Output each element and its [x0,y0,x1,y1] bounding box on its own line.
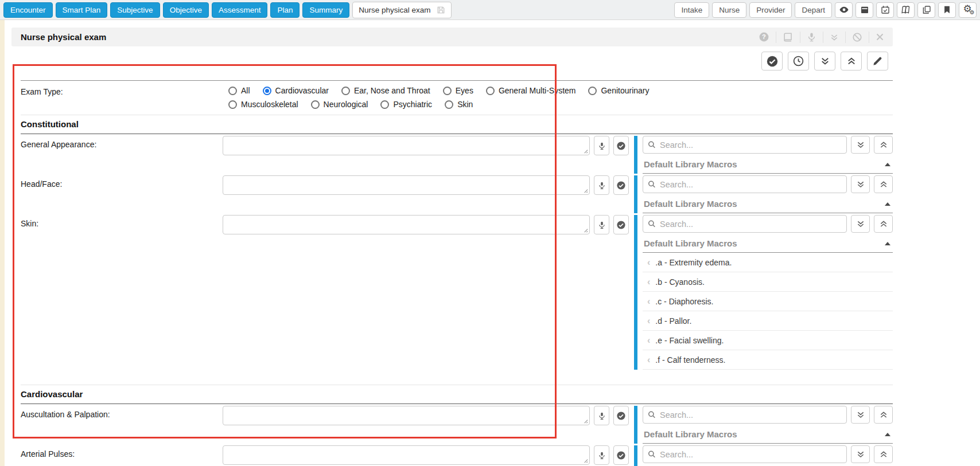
nav-summary[interactable]: Summary [302,2,349,18]
macro-search-input[interactable] [660,450,842,459]
microphone-icon[interactable] [800,32,823,43]
radio-neurological[interactable]: Neurological [311,100,368,109]
macro-search-input[interactable] [660,220,842,229]
nav-subjective[interactable]: Subjective [110,2,160,18]
calendar-check-icon[interactable] [876,2,894,18]
collapse-panel-icon[interactable] [823,32,845,43]
macro-search-input[interactable] [660,410,842,420]
default-library-macros-header[interactable]: Default Library Macros [643,236,893,253]
normal-check-button[interactable] [613,136,629,155]
macro-item[interactable]: ‹.b - Cyanosis. [643,272,893,292]
radio-all[interactable]: All [228,86,250,95]
macro-collapse-button[interactable] [874,215,893,233]
macro-expand-button[interactable] [851,175,870,193]
active-tab-nurse-physical-exam[interactable]: Nurse physical exam [352,2,451,18]
macro-collapse-button[interactable] [874,406,893,424]
macro-search[interactable] [643,175,847,193]
macro-expand-button[interactable] [851,215,870,233]
radio-ear-nose-throat[interactable]: Ear, Nose and Throat [341,86,430,95]
nav-objective[interactable]: Objective [163,2,209,18]
stage-nurse-button[interactable]: Nurse [712,2,746,18]
nav-encounter[interactable]: Encounter [3,2,53,18]
help-icon[interactable]: ? [752,32,776,43]
macro-search[interactable] [643,136,847,154]
default-library-macros-header[interactable]: Default Library Macros [643,426,893,444]
collapse-caret-icon[interactable] [885,163,890,166]
macro-search[interactable] [643,445,847,463]
save-icon[interactable] [437,6,445,14]
radio-eyes[interactable]: Eyes [443,86,473,95]
dictate-mic-button[interactable] [594,215,609,234]
close-icon[interactable] [869,32,890,43]
radio-circle[interactable] [228,87,237,95]
default-library-macros-header[interactable]: Default Library Macros [643,156,893,174]
normal-check-button[interactable] [613,175,629,195]
radio-circle[interactable] [443,87,452,95]
collapse-all-button[interactable] [841,52,862,71]
skin-textarea[interactable] [223,215,590,234]
radio-circle[interactable] [445,100,453,109]
radio-cardiovascular[interactable]: Cardiovascular [263,86,329,95]
stage-intake-button[interactable]: Intake [674,2,709,18]
edit-pencil-button[interactable] [867,52,888,71]
radio-circle[interactable] [588,87,597,95]
radio-psychiatric[interactable]: Psychiatric [380,100,432,109]
dictate-mic-button[interactable] [594,175,609,195]
normal-check-button[interactable] [613,215,629,234]
history-clock-button[interactable] [788,52,809,71]
library-book-icon[interactable] [776,32,800,43]
normal-check-button[interactable] [613,406,629,425]
gears-icon[interactable]: ⚙⚙ [959,2,977,18]
complete-check-button[interactable] [761,52,783,71]
radio-skin[interactable]: Skin [445,100,473,109]
radio-circle[interactable] [486,87,495,95]
radio-circle[interactable] [263,87,271,95]
macro-item[interactable]: ‹.d - Pallor. [643,311,893,331]
radio-musculoskeletal[interactable]: Musculoskeletal [228,100,298,109]
collapse-caret-icon[interactable] [885,242,890,245]
general-appearance-textarea[interactable] [223,136,590,155]
macro-collapse-button[interactable] [874,445,893,463]
macro-search-input[interactable] [660,140,842,150]
arterial-pulses-textarea[interactable] [223,445,590,465]
macro-collapse-button[interactable] [874,175,893,193]
radio-circle[interactable] [341,87,350,95]
stage-depart-button[interactable]: Depart [795,2,832,18]
macro-expand-button[interactable] [851,445,870,463]
dictate-mic-button[interactable] [594,136,609,155]
nav-smart-plan[interactable]: Smart Plan [56,2,108,18]
macro-item[interactable]: ‹.e - Facial swelling. [643,331,893,350]
bookmark-icon[interactable] [938,2,956,18]
macro-item[interactable]: ‹.f - Calf tenderness. [643,350,893,370]
copy-icon[interactable] [917,2,935,18]
macro-expand-button[interactable] [851,406,870,424]
macro-item[interactable]: ‹.c - Diaphoresis. [643,292,893,311]
expand-all-button[interactable] [814,52,835,71]
macro-expand-button[interactable] [851,136,870,154]
head-face-textarea[interactable] [223,175,590,195]
collapse-caret-icon[interactable] [885,433,890,436]
macro-search[interactable] [643,215,847,233]
macro-collapse-button[interactable] [874,136,893,154]
radio-genitourinary[interactable]: Genitourinary [588,86,649,95]
dictate-mic-button[interactable] [594,406,609,425]
eye-icon[interactable] [835,2,853,18]
macro-search[interactable] [643,406,847,424]
radio-circle[interactable] [228,100,237,109]
ban-icon[interactable] [845,32,869,43]
default-library-macros-header[interactable]: Default Library Macros [643,196,893,213]
radio-circle[interactable] [311,100,320,109]
nav-plan[interactable]: Plan [270,2,300,18]
collapse-caret-icon[interactable] [885,202,890,206]
macro-search-input[interactable] [660,180,842,189]
book-icon[interactable] [897,2,915,18]
normal-check-button[interactable] [613,445,629,465]
radio-circle[interactable] [380,100,389,109]
archive-box-icon[interactable] [855,2,873,18]
radio-general-multi-system[interactable]: General Multi-System [486,86,576,95]
stage-provider-button[interactable]: Provider [749,2,792,18]
dictate-mic-button[interactable] [594,445,609,465]
auscultation-palpation-textarea[interactable] [223,406,590,425]
macro-item[interactable]: ‹.a - Extremity edema. [643,253,893,272]
nav-assessment[interactable]: Assessment [212,2,268,18]
